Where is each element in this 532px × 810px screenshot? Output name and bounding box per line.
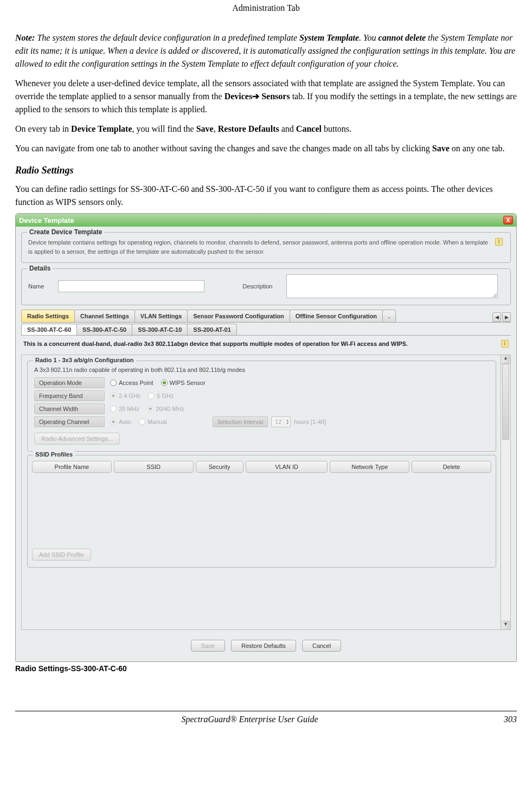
chw-2040-text: 20/40 MHz xyxy=(156,406,184,412)
radio-icon xyxy=(110,380,117,386)
ssid-profiles-fieldset: SSID Profiles Profile Name SSID Security… xyxy=(27,455,496,568)
col-network-type[interactable]: Network Type xyxy=(330,461,409,473)
selection-interval-label: Selection Interval xyxy=(213,416,268,427)
scrollbar[interactable]: ▲ ▼ xyxy=(501,355,510,629)
details-fieldset: Details Name Description xyxy=(21,268,511,305)
page-footer: SpectraGuard® Enterprise User Guide 303 xyxy=(15,711,517,724)
subtab-ss200at01[interactable]: SS-200-AT-01 xyxy=(187,324,237,335)
device-description: This is a concurrent dual-band, dual-rad… xyxy=(16,336,516,352)
figure-caption: Radio Settings-SS-300-AT-C-60 xyxy=(15,664,517,673)
p2-b4: Cancel xyxy=(296,124,322,133)
col-ssid[interactable]: SSID xyxy=(114,461,194,473)
radio-icon xyxy=(161,380,168,386)
op-mode-wips-sensor[interactable]: WIPS Sensor xyxy=(161,380,206,386)
p2-t3: , xyxy=(214,124,218,133)
restore-defaults-button[interactable]: Restore Defaults xyxy=(231,640,296,652)
radio1-legend: Radio 1 - 3x3 a/b/g/n Configuration xyxy=(33,357,136,363)
model-subtabs: SS-300-AT-C-60 SS-300-AT-C-50 SS-300-AT-… xyxy=(16,323,516,335)
tab-offline-sensor[interactable]: Offline Sensor Configuration xyxy=(290,310,383,322)
info-icon[interactable]: i xyxy=(495,238,503,246)
subtab-ss300atc50[interactable]: SS-300-AT-C-50 xyxy=(76,324,132,335)
note-prefix: Note: xyxy=(15,33,35,42)
cancel-button[interactable]: Cancel xyxy=(302,640,341,652)
create-device-template-fieldset: Create Device Template Device template c… xyxy=(21,232,511,263)
scroll-thumb[interactable] xyxy=(502,364,509,440)
radio-icon xyxy=(110,393,117,399)
note-b1: System Template xyxy=(299,33,359,42)
close-icon[interactable]: X xyxy=(503,216,513,224)
col-vlan-id[interactable]: VLAN ID xyxy=(246,461,328,473)
section-heading-radio-settings: Radio Settings xyxy=(15,165,517,176)
p3-b1: Save xyxy=(432,144,450,153)
col-security[interactable]: Security xyxy=(196,461,243,473)
p2-b2: Save xyxy=(196,124,214,133)
dialog-button-bar: Save Restore Defaults Cancel xyxy=(16,632,516,661)
p2-b3: Restore Defaults xyxy=(218,124,279,133)
info-icon[interactable]: i xyxy=(501,340,509,348)
tab-vlan-settings[interactable]: VLAN Settings xyxy=(134,310,188,322)
paragraph-4: You can define radio settings for SS-300… xyxy=(15,183,517,209)
scroll-track[interactable] xyxy=(501,364,510,621)
chw-20-text: 20 MHz xyxy=(119,406,139,412)
freq-24-text: 2.4 GHz xyxy=(119,393,140,399)
create-desc-text: Device template contains settings for op… xyxy=(28,239,488,255)
create-legend: Create Device Template xyxy=(27,228,105,236)
p1-b1: Devices xyxy=(225,92,253,101)
p1-b2: Sensors xyxy=(259,92,290,101)
spinner-value: 12 xyxy=(273,419,284,425)
tab-channel-settings[interactable]: Channel Settings xyxy=(74,310,135,322)
page-number: 303 xyxy=(484,715,517,724)
subtab-ss300atc10[interactable]: SS-300-AT-C-10 xyxy=(132,324,188,335)
op-mode-access-point[interactable]: Access Point xyxy=(110,380,153,386)
device-desc-text: This is a concurrent dual-band, dual-rad… xyxy=(23,340,408,347)
tab-radio-settings[interactable]: Radio Settings xyxy=(21,310,75,322)
paragraph-3: You can navigate from one tab to another… xyxy=(15,142,517,155)
scroll-up-icon[interactable]: ▲ xyxy=(501,355,510,364)
tab-sensor-password[interactable]: Sensor Password Configuration xyxy=(187,310,290,322)
opch-auto-text: Auto xyxy=(119,419,131,425)
freq-24ghz: 2.4 GHz xyxy=(110,393,140,399)
tab-scroll-left-icon[interactable]: ◀ xyxy=(492,312,501,322)
operation-mode-label: Operation Mode xyxy=(34,377,105,388)
description-input[interactable] xyxy=(286,274,498,298)
op-mode-ap-text: Access Point xyxy=(119,380,153,386)
opch-manual-text: Manual xyxy=(148,419,167,425)
channel-width-label: Channel Width xyxy=(34,403,105,414)
save-button[interactable]: Save xyxy=(191,640,225,652)
tab-scroll-right-icon[interactable]: ▶ xyxy=(502,312,511,322)
radio-advanced-settings-button: Radio Advanced Settings... xyxy=(34,433,120,445)
paragraph-1: Whenever you delete a user-defined devic… xyxy=(15,77,517,116)
col-delete[interactable]: Delete xyxy=(412,461,491,473)
op-mode-wips-text: WIPS Sensor xyxy=(170,380,206,386)
note-block: Note: The system stores the default devi… xyxy=(15,31,517,70)
freq-5ghz: 5 GHz xyxy=(148,393,174,399)
radio-icon xyxy=(110,406,117,412)
chevron-down-icon: ▼ xyxy=(286,422,289,425)
subtab-ss300atc60[interactable]: SS-300-AT-C-60 xyxy=(21,324,77,335)
scroll-down-icon[interactable]: ▼ xyxy=(501,621,510,629)
add-ssid-profile-button: Add SSID Profile xyxy=(32,549,91,561)
operating-channel-label: Operating Channel xyxy=(34,416,105,427)
create-description: Device template contains settings for op… xyxy=(28,238,504,256)
dialog-titlebar[interactable]: Device Template X xyxy=(16,214,516,227)
description-label: Description xyxy=(242,283,272,290)
name-input[interactable] xyxy=(58,280,204,292)
arrow-icon: ➔ xyxy=(252,92,259,101)
radio1-subtitle: A 3x3 802.11n radio capable of operating… xyxy=(34,367,489,373)
opch-manual: Manual xyxy=(139,419,167,425)
note-b2: cannot delete xyxy=(379,33,426,42)
chw-20: 20 MHz xyxy=(110,406,139,412)
details-legend: Details xyxy=(27,265,53,272)
chw-2040: 20/40 MHz xyxy=(147,406,184,412)
p2-b1: Device Template xyxy=(71,124,132,133)
freq-5-text: 5 GHz xyxy=(157,393,174,399)
interval-hint: hours [1-48] xyxy=(294,419,326,425)
p2-t1: On every tab in xyxy=(15,124,71,133)
tab-overflow[interactable]: . xyxy=(382,310,396,322)
radio-icon xyxy=(148,393,155,399)
note-t2: . You xyxy=(359,33,378,42)
col-profile-name[interactable]: Profile Name xyxy=(32,461,112,473)
radio-icon xyxy=(139,419,145,425)
p2-t2: , you will find the xyxy=(132,124,196,133)
note-t1: The system stores the default device con… xyxy=(35,33,299,42)
